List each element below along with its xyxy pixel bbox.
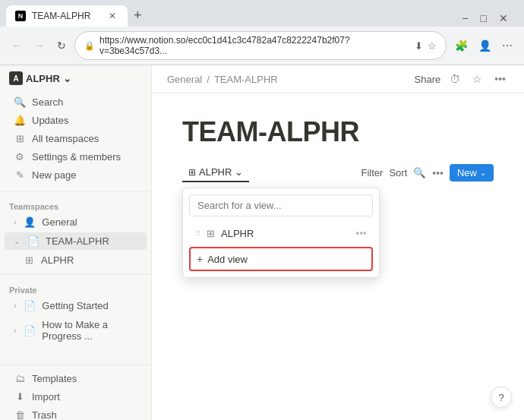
window-minimize-button[interactable]: − (458, 10, 472, 27)
view-tab-alphr[interactable]: ⊞ ALPHR ⌄ (182, 163, 249, 182)
browser-actions: 🧩 👤 ⋯ (451, 37, 516, 54)
team-alphr-icon: 📄 (27, 235, 39, 247)
sidebar-label-general: General (42, 216, 77, 228)
sidebar-label-import: Import (32, 391, 60, 403)
sidebar-label-teamspaces: All teamspaces (32, 133, 99, 144)
templates-icon: 🗂 (14, 373, 26, 384)
window-maximize-button[interactable]: □ (477, 10, 491, 27)
back-button[interactable]: ← (8, 37, 26, 54)
alphr-icon: ⊞ (23, 254, 35, 266)
view-item-more-button[interactable]: ••• (355, 227, 367, 239)
import-icon: ⬇ (14, 391, 26, 403)
sidebar-item-general[interactable]: › 👤 General (5, 213, 147, 231)
workspace-label: ALPHR (26, 73, 60, 84)
star-page-button[interactable]: ☆ (469, 71, 485, 87)
profile-button[interactable]: 👤 (475, 37, 495, 54)
sort-button[interactable]: Sort (389, 167, 407, 178)
sidebar-item-search[interactable]: 🔍 Search (5, 93, 147, 111)
extensions-button[interactable]: 🧩 (451, 37, 472, 54)
tab-title: TEAM-ALPHR (32, 11, 100, 21)
browser-more-button[interactable]: ⋯ (498, 37, 516, 54)
page-more-button[interactable]: ••• (491, 71, 509, 87)
sidebar-label-getting-started: Getting Started (42, 300, 108, 311)
breadcrumb-team-alphr[interactable]: TEAM-ALPHR (214, 74, 278, 85)
sidebar-label-updates: Updates (32, 115, 68, 126)
sidebar-header: A ALPHR ⌄ (0, 65, 151, 91)
window-close-button[interactable]: ✕ (495, 10, 512, 27)
sidebar-divider-1 (0, 191, 151, 191)
new-btn-label: New (457, 167, 477, 178)
sidebar-item-import[interactable]: ⬇ Import (5, 388, 147, 406)
sidebar-item-templates[interactable]: 🗂 Templates (5, 370, 147, 387)
workspace-avatar: A (9, 71, 23, 85)
lock-icon: 🔒 (84, 41, 95, 51)
history-button[interactable]: ⏱ (447, 71, 463, 87)
filter-button[interactable]: Filter (361, 167, 384, 178)
how-to-make-chevron: › (14, 327, 16, 335)
new-entry-button[interactable]: New ⌄ (450, 164, 494, 182)
new-tab-button[interactable]: + (128, 5, 148, 27)
view-tab-name: ALPHR (199, 166, 232, 178)
sidebar-label-search: Search (32, 96, 63, 108)
tab-close-button[interactable]: ✕ (106, 10, 118, 22)
sidebar-label-settings: Settings & members (32, 151, 121, 163)
main-content: General / TEAM-ALPHR Share ⏱ ☆ ••• TEAM-… (152, 65, 524, 420)
search-view-button[interactable]: 🔍 (413, 167, 426, 178)
star-icon[interactable]: ☆ (428, 40, 437, 52)
forward-button[interactable]: → (30, 37, 49, 54)
general-icon: 👤 (24, 216, 36, 228)
sidebar-item-trash[interactable]: 🗑 Trash (5, 406, 147, 420)
sidebar-item-settings[interactable]: ⚙ Settings & members (5, 148, 147, 166)
refresh-button[interactable]: ↻ (53, 37, 70, 54)
view-dropdown: ⠿ ⊞ ALPHR ••• + Add view (182, 188, 380, 278)
sidebar-item-all-teamspaces[interactable]: ⊞ All teamspaces (5, 130, 147, 147)
updates-icon: 🔔 (14, 115, 26, 126)
sidebar-label-templates: Templates (32, 373, 77, 384)
navigation-bar: ← → ↻ 🔒 https://www.notion.so/ecc0c1d41c… (0, 27, 524, 65)
view-search-input[interactable] (189, 194, 373, 216)
page-content: TEAM-ALPHR ⊞ ALPHR ⌄ Filter Sort 🔍 ••• N… (152, 93, 524, 420)
sidebar-nav: 🔍 Search 🔔 Updates ⊞ All teamspaces ⚙ Se… (0, 91, 151, 186)
active-tab[interactable]: N TEAM-ALPHR ✕ (6, 5, 128, 27)
tab-bar: N TEAM-ALPHR ✕ + − □ ✕ (0, 0, 524, 27)
view-bar: ⊞ ALPHR ⌄ Filter Sort 🔍 ••• New ⌄ (182, 163, 494, 182)
view-tab-icon: ⊞ (188, 167, 196, 178)
private-section-label: Private (0, 279, 151, 296)
share-button[interactable]: Share (415, 74, 441, 85)
breadcrumb: General / TEAM-ALPHR (167, 74, 278, 85)
view-more-button[interactable]: ••• (432, 167, 444, 179)
getting-started-icon: 📄 (24, 300, 36, 311)
team-alphr-chevron: ⌄ (14, 237, 20, 245)
page-header-actions: Share ⏱ ☆ ••• (415, 71, 509, 87)
tab-favicon: N (15, 11, 26, 21)
new-btn-arrow: ⌄ (480, 169, 486, 177)
breadcrumb-general[interactable]: General (167, 74, 202, 85)
view-item-alphr[interactable]: ⠿ ⊞ ALPHR ••• (189, 223, 373, 244)
add-view-plus-icon: + (197, 253, 203, 265)
sidebar-item-alphr[interactable]: ⊞ ALPHR (5, 251, 147, 269)
browser-chrome: N TEAM-ALPHR ✕ + − □ ✕ ← → ↻ 🔒 https://w… (0, 0, 524, 65)
sidebar-bottom: 🗂 Templates ⬇ Import 🗑 Trash (0, 360, 151, 420)
workspace-name[interactable]: A ALPHR ⌄ (9, 71, 71, 85)
workspace-chevron: ⌄ (63, 73, 71, 84)
view-actions: Filter Sort 🔍 ••• New ⌄ (361, 164, 494, 182)
new-page-icon: ✎ (14, 169, 26, 181)
general-chevron: › (14, 218, 16, 226)
page-title: TEAM-ALPHR (182, 116, 494, 148)
sidebar-item-new-page[interactable]: ✎ New page (5, 166, 147, 184)
sidebar-divider-3 (0, 365, 151, 365)
address-bar[interactable]: 🔒 https://www.notion.so/ecc0c1d41c3c4782… (74, 31, 447, 60)
sidebar-label-trash: Trash (32, 409, 57, 420)
sidebar-item-updates[interactable]: 🔔 Updates (5, 112, 147, 129)
help-button[interactable]: ? (491, 387, 512, 408)
app: A ALPHR ⌄ 🔍 Search 🔔 Updates ⊞ All teams… (0, 65, 524, 420)
add-view-button[interactable]: + Add view (189, 247, 373, 271)
url-text: https://www.notion.so/ecc0c1d41c3c4782a4… (99, 35, 410, 56)
sidebar-item-how-to-make[interactable]: › 📄 How to Make a Progress ... (5, 316, 147, 345)
settings-icon: ⚙ (14, 151, 26, 163)
getting-started-chevron: › (14, 302, 16, 310)
page-header-bar: General / TEAM-ALPHR Share ⏱ ☆ ••• (152, 65, 524, 93)
sidebar-item-team-alphr[interactable]: ⌄ 📄 TEAM-ALPHR (5, 232, 147, 250)
sidebar-label-alphr: ALPHR (41, 254, 74, 266)
sidebar-item-getting-started[interactable]: › 📄 Getting Started (5, 297, 147, 314)
